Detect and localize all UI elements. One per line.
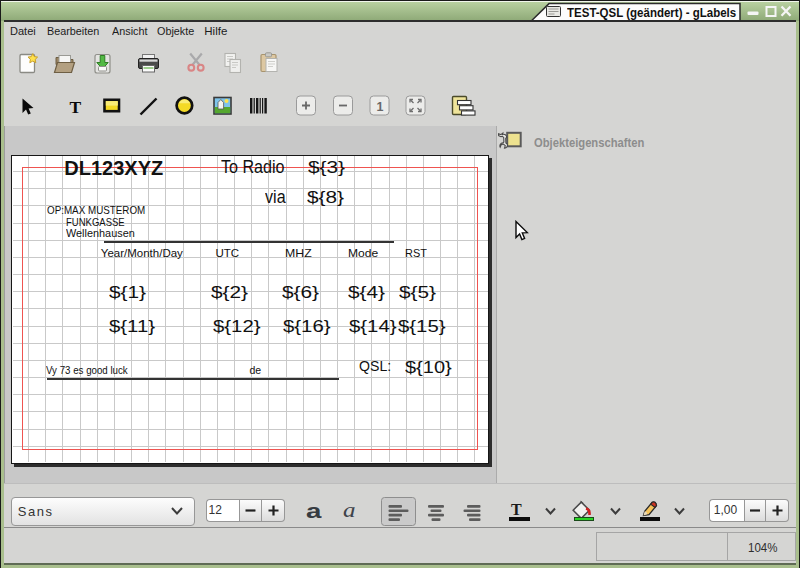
svg-text:1: 1 bbox=[377, 100, 384, 114]
svg-text:T: T bbox=[70, 97, 82, 117]
